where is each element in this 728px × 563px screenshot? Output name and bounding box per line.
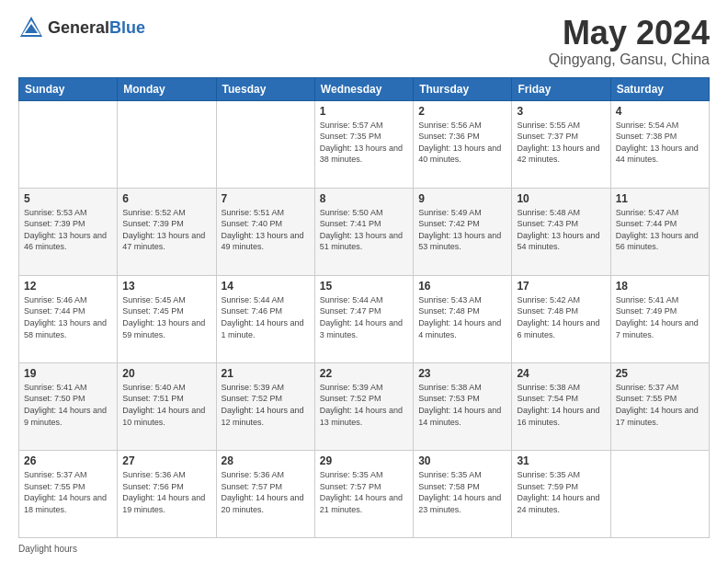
day-number: 11 [616, 192, 704, 205]
calendar: SundayMondayTuesdayWednesdayThursdayFrid… [18, 77, 710, 538]
calendar-week-row: 1Sunrise: 5:57 AMSunset: 7:35 PMDaylight… [19, 100, 710, 188]
calendar-cell: 23Sunrise: 5:38 AMSunset: 7:53 PMDayligh… [414, 362, 512, 450]
day-number: 31 [517, 454, 605, 467]
calendar-cell: 15Sunrise: 5:44 AMSunset: 7:47 PMDayligh… [314, 275, 413, 362]
day-number: 19 [24, 367, 112, 380]
calendar-week-row: 26Sunrise: 5:37 AMSunset: 7:55 PMDayligh… [19, 450, 710, 537]
month-title: May 2024 [549, 15, 710, 52]
calendar-cell: 2Sunrise: 5:56 AMSunset: 7:36 PMDaylight… [414, 100, 512, 188]
calendar-day-header: Saturday [610, 77, 709, 100]
calendar-day-header: Sunday [19, 77, 118, 100]
location: Qingyang, Gansu, China [549, 52, 710, 68]
calendar-cell: 8Sunrise: 5:50 AMSunset: 7:41 PMDaylight… [314, 188, 413, 275]
day-number: 6 [122, 192, 210, 205]
calendar-week-row: 5Sunrise: 5:53 AMSunset: 7:39 PMDaylight… [19, 188, 710, 275]
page: GeneralBlue May 2024 Qingyang, Gansu, Ch… [0, 0, 728, 563]
calendar-day-header: Monday [118, 77, 216, 100]
day-number: 24 [517, 367, 605, 380]
day-number: 26 [24, 454, 112, 467]
day-number: 28 [222, 454, 310, 467]
day-number: 25 [616, 367, 704, 380]
day-number: 22 [320, 367, 408, 380]
calendar-cell: 16Sunrise: 5:43 AMSunset: 7:48 PMDayligh… [414, 275, 512, 362]
logo-blue-text: Blue [109, 18, 145, 37]
day-info: Sunrise: 5:49 AMSunset: 7:42 PMDaylight:… [418, 208, 501, 252]
calendar-cell: 5Sunrise: 5:53 AMSunset: 7:39 PMDaylight… [19, 188, 118, 275]
day-number: 5 [24, 192, 112, 205]
calendar-cell: 31Sunrise: 5:35 AMSunset: 7:59 PMDayligh… [512, 450, 610, 537]
day-number: 23 [418, 367, 506, 380]
logo-icon [18, 15, 44, 40]
calendar-day-header: Tuesday [216, 77, 314, 100]
calendar-cell: 10Sunrise: 5:48 AMSunset: 7:43 PMDayligh… [512, 188, 610, 275]
calendar-cell: 6Sunrise: 5:52 AMSunset: 7:39 PMDaylight… [118, 188, 216, 275]
day-info: Sunrise: 5:35 AMSunset: 7:59 PMDaylight:… [517, 470, 599, 514]
day-number: 17 [517, 280, 605, 293]
calendar-cell: 11Sunrise: 5:47 AMSunset: 7:44 PMDayligh… [610, 188, 709, 275]
day-info: Sunrise: 5:43 AMSunset: 7:48 PMDaylight:… [418, 295, 501, 339]
day-info: Sunrise: 5:48 AMSunset: 7:43 PMDaylight:… [517, 208, 599, 252]
calendar-cell: 22Sunrise: 5:39 AMSunset: 7:52 PMDayligh… [314, 362, 413, 450]
calendar-cell: 4Sunrise: 5:54 AMSunset: 7:38 PMDaylight… [610, 100, 709, 188]
day-info: Sunrise: 5:35 AMSunset: 7:57 PMDaylight:… [320, 470, 403, 514]
day-info: Sunrise: 5:41 AMSunset: 7:49 PMDaylight:… [616, 295, 699, 339]
header: GeneralBlue May 2024 Qingyang, Gansu, Ch… [18, 15, 710, 68]
title-block: May 2024 Qingyang, Gansu, China [549, 15, 710, 68]
calendar-cell: 21Sunrise: 5:39 AMSunset: 7:52 PMDayligh… [216, 362, 314, 450]
calendar-cell: 9Sunrise: 5:49 AMSunset: 7:42 PMDaylight… [414, 188, 512, 275]
day-info: Sunrise: 5:57 AMSunset: 7:35 PMDaylight:… [320, 121, 403, 165]
calendar-cell: 18Sunrise: 5:41 AMSunset: 7:49 PMDayligh… [610, 275, 709, 362]
calendar-cell: 28Sunrise: 5:36 AMSunset: 7:57 PMDayligh… [216, 450, 314, 537]
day-info: Sunrise: 5:36 AMSunset: 7:56 PMDaylight:… [122, 470, 205, 514]
day-number: 2 [418, 105, 506, 118]
calendar-cell: 7Sunrise: 5:51 AMSunset: 7:40 PMDaylight… [216, 188, 314, 275]
day-number: 4 [616, 105, 704, 118]
day-number: 30 [418, 454, 506, 467]
calendar-cell: 24Sunrise: 5:38 AMSunset: 7:54 PMDayligh… [512, 362, 610, 450]
calendar-cell: 12Sunrise: 5:46 AMSunset: 7:44 PMDayligh… [19, 275, 118, 362]
daylight-hours-label: Daylight hours [18, 544, 77, 554]
day-number: 3 [517, 105, 605, 118]
day-number: 20 [122, 367, 210, 380]
calendar-cell: 17Sunrise: 5:42 AMSunset: 7:48 PMDayligh… [512, 275, 610, 362]
logo: GeneralBlue [18, 15, 145, 40]
calendar-day-header: Wednesday [314, 77, 413, 100]
calendar-cell [19, 100, 118, 188]
day-info: Sunrise: 5:36 AMSunset: 7:57 PMDaylight:… [222, 470, 304, 514]
day-number: 1 [320, 105, 408, 118]
day-number: 27 [122, 454, 210, 467]
day-number: 29 [320, 454, 408, 467]
calendar-cell: 27Sunrise: 5:36 AMSunset: 7:56 PMDayligh… [118, 450, 216, 537]
day-info: Sunrise: 5:40 AMSunset: 7:51 PMDaylight:… [122, 383, 205, 427]
calendar-cell: 3Sunrise: 5:55 AMSunset: 7:37 PMDaylight… [512, 100, 610, 188]
day-info: Sunrise: 5:52 AMSunset: 7:39 PMDaylight:… [122, 208, 205, 252]
calendar-cell: 19Sunrise: 5:41 AMSunset: 7:50 PMDayligh… [19, 362, 118, 450]
day-info: Sunrise: 5:56 AMSunset: 7:36 PMDaylight:… [418, 121, 501, 165]
calendar-week-row: 12Sunrise: 5:46 AMSunset: 7:44 PMDayligh… [19, 275, 710, 362]
day-number: 7 [222, 192, 310, 205]
calendar-cell: 14Sunrise: 5:44 AMSunset: 7:46 PMDayligh… [216, 275, 314, 362]
calendar-cell: 30Sunrise: 5:35 AMSunset: 7:58 PMDayligh… [414, 450, 512, 537]
day-number: 10 [517, 192, 605, 205]
day-info: Sunrise: 5:35 AMSunset: 7:58 PMDaylight:… [418, 470, 501, 514]
day-number: 16 [418, 280, 506, 293]
day-info: Sunrise: 5:39 AMSunset: 7:52 PMDaylight:… [222, 383, 304, 427]
calendar-cell: 13Sunrise: 5:45 AMSunset: 7:45 PMDayligh… [118, 275, 216, 362]
day-info: Sunrise: 5:51 AMSunset: 7:40 PMDaylight:… [222, 208, 304, 252]
day-info: Sunrise: 5:53 AMSunset: 7:39 PMDaylight:… [24, 208, 107, 252]
day-info: Sunrise: 5:55 AMSunset: 7:37 PMDaylight:… [517, 121, 599, 165]
calendar-header-row: SundayMondayTuesdayWednesdayThursdayFrid… [19, 77, 710, 100]
calendar-cell [610, 450, 709, 537]
day-number: 14 [222, 280, 310, 293]
logo-general-text: General [48, 18, 109, 37]
day-number: 9 [418, 192, 506, 205]
calendar-cell: 29Sunrise: 5:35 AMSunset: 7:57 PMDayligh… [314, 450, 413, 537]
day-number: 21 [222, 367, 310, 380]
calendar-day-header: Friday [512, 77, 610, 100]
calendar-cell [216, 100, 314, 188]
day-info: Sunrise: 5:37 AMSunset: 7:55 PMDaylight:… [24, 470, 107, 514]
day-info: Sunrise: 5:54 AMSunset: 7:38 PMDaylight:… [616, 121, 699, 165]
day-info: Sunrise: 5:38 AMSunset: 7:54 PMDaylight:… [517, 383, 599, 427]
day-info: Sunrise: 5:44 AMSunset: 7:47 PMDaylight:… [320, 295, 403, 339]
calendar-cell: 25Sunrise: 5:37 AMSunset: 7:55 PMDayligh… [610, 362, 709, 450]
